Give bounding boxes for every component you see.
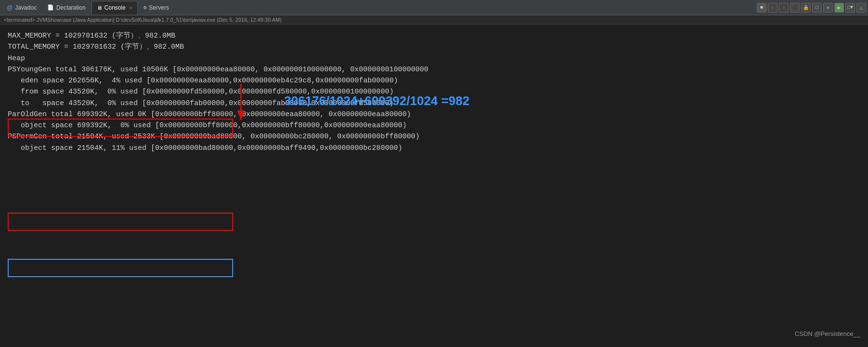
tab-declaration-label: Declaration xyxy=(56,4,86,11)
stop-btn[interactable]: ■ xyxy=(757,3,766,13)
watermark: CSDN @Persistence__ xyxy=(795,329,860,339)
line-heap: Heap xyxy=(8,53,860,64)
tab-declaration[interactable]: 📄 Declaration xyxy=(42,1,91,14)
line-eden-space: eden space 262656K, 4% used [0x00000000e… xyxy=(8,75,860,86)
javadoc-icon: @ xyxy=(7,4,13,11)
tab-console-label: Console xyxy=(105,4,126,11)
lock-btn[interactable]: 🔒 xyxy=(801,3,811,13)
paroldgen-highlight xyxy=(8,213,233,231)
formula-annotation: 306176/1024+699392/1024 =982 xyxy=(284,91,470,110)
status-bar: <terminated> JVMShowcase [Java Applicati… xyxy=(0,15,868,25)
tab-servers-label: Servers xyxy=(149,4,169,11)
view-menu-btn[interactable]: □▼ xyxy=(845,3,855,13)
servers-icon: ⚙ xyxy=(144,4,147,11)
pspermgen-highlight xyxy=(8,259,233,277)
tab-servers[interactable]: ⚙ Servers xyxy=(139,1,174,14)
line-total-memory: TOTAL_MEMORY = 1029701632 (字节）、982.0MB xyxy=(8,41,860,53)
clear-btn[interactable]: ⬛ xyxy=(790,3,800,13)
console-icon: 🖥 xyxy=(97,5,102,11)
line-object-space-old: object space 699392K, 0% used [0x0000000… xyxy=(8,120,860,131)
line-pspermgen: PSPermGen total 21504K, used 2533K [0x00… xyxy=(8,131,860,142)
run-btn[interactable]: ▶ xyxy=(834,3,844,13)
tab-bar: @ Javadoc 📄 Declaration 🖥 Console ✕ ⚙ Se… xyxy=(0,0,868,15)
tab-console[interactable]: 🖥 Console ✕ xyxy=(92,1,138,14)
line-object-space-perm: object space 21504K, 11% used [0x0000000… xyxy=(8,143,860,154)
tab-javadoc[interactable]: @ Javadoc xyxy=(2,1,41,14)
remove-btn[interactable]: ✕ xyxy=(779,3,789,13)
status-text: <terminated> JVMShowcase [Java Applicati… xyxy=(4,17,282,23)
tab-javadoc-label: Javadoc xyxy=(15,4,37,11)
declaration-icon: 📄 xyxy=(47,4,54,11)
line-max-memory: MAX_MEMORY = 1029701632 (字节）、982.0MB xyxy=(8,30,860,41)
new-console-btn[interactable]: □ xyxy=(812,3,822,13)
line-psyounggen: PSYoungGen total 306176K, used 10506K [0… xyxy=(8,64,860,75)
close-console-btn[interactable]: ✕ xyxy=(823,3,833,13)
terminate-btn[interactable]: ✕ xyxy=(768,3,777,13)
tab-console-close[interactable]: ✕ xyxy=(130,5,132,11)
console-output: MAX_MEMORY = 1029701632 (字节）、982.0MB TOT… xyxy=(0,25,868,344)
minimize-btn[interactable]: △ xyxy=(856,3,866,13)
toolbar-right: ■ ✕ ✕ ⬛ 🔒 □ ✕ ▶ □▼ △ xyxy=(757,3,866,13)
